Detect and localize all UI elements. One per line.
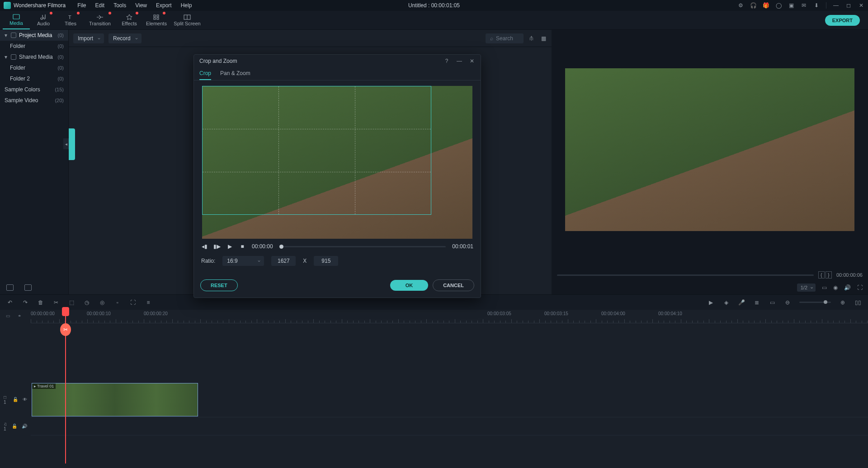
help-icon[interactable]: ? [443, 58, 450, 64]
sidebar-collapse-button[interactable]: ◂ [63, 138, 69, 149]
green-screen-icon[interactable]: ▫ [114, 299, 121, 306]
export-button[interactable]: EXPORT [825, 15, 860, 26]
sidebar-item-project-media[interactable]: ▾Project Media (0) [0, 30, 68, 41]
visibility-icon[interactable]: 👁 [23, 397, 27, 402]
color-icon[interactable]: ◎ [99, 299, 106, 306]
crop-handle-br[interactable] [426, 209, 431, 215]
menu-edit[interactable]: Edit [92, 0, 108, 10]
mark-in-icon[interactable]: { [818, 271, 825, 279]
search-input[interactable]: ⌕ Search [486, 33, 524, 43]
download-icon[interactable]: ⬇ [813, 2, 820, 9]
lock-icon[interactable]: 🔓 [12, 424, 17, 429]
timeline-ruler[interactable]: ▭ ⚭ 00:00:00:0000:00:00:1000:00:00:2000:… [0, 310, 868, 323]
width-input[interactable]: 1627 [271, 256, 296, 266]
playhead-scissor-icon[interactable]: ✂ [60, 323, 71, 336]
ok-button[interactable]: OK [390, 280, 429, 291]
zoom-in-icon[interactable]: ⊕ [839, 299, 846, 306]
tab-transition[interactable]: Transition [84, 11, 116, 29]
height-input[interactable]: 915 [314, 256, 338, 266]
account-icon[interactable]: ◯ [775, 2, 782, 9]
import-dropdown[interactable]: Import [73, 33, 104, 43]
voiceover-icon[interactable]: 🎤 [738, 299, 745, 306]
modal-slider[interactable] [279, 246, 446, 247]
marker-icon[interactable]: ◈ [722, 299, 730, 306]
menu-file[interactable]: File [74, 0, 90, 10]
delete-icon[interactable]: 🗑 [37, 299, 44, 306]
gift-icon[interactable]: 🎁 [763, 2, 769, 9]
tab-effects[interactable]: Effects [116, 11, 143, 29]
sidebar-item-sample-video[interactable]: Sample Video (20) [0, 95, 68, 106]
filter-icon[interactable]: ⫛ [528, 35, 535, 42]
split-icon[interactable]: ✂ [52, 299, 60, 306]
reset-button[interactable]: RESET [200, 279, 238, 291]
lock-icon[interactable]: 🔓 [13, 397, 18, 402]
sidebar-item-shared-media[interactable]: ▾Shared Media (0) [0, 52, 68, 62]
redo-icon[interactable]: ↷ [22, 299, 29, 306]
display-icon[interactable]: ▭ [822, 284, 827, 291]
menu-tools[interactable]: Tools [110, 0, 130, 10]
video-clip[interactable]: ▸ Travel 01 [32, 383, 198, 416]
headphones-icon[interactable]: 🎧 [750, 2, 756, 9]
save-icon[interactable]: ▣ [788, 2, 794, 9]
settings-icon[interactable]: ⚙ [737, 2, 744, 9]
render-icon[interactable]: ▶ [707, 299, 714, 306]
folder-icon[interactable] [24, 284, 32, 291]
menu-help[interactable]: Help [177, 0, 196, 10]
undo-icon[interactable]: ↶ [6, 299, 14, 306]
playhead-handle[interactable] [62, 307, 69, 316]
minimize-icon[interactable]: — [833, 2, 839, 9]
menu-view[interactable]: View [132, 0, 151, 10]
tab-titles[interactable]: T Titles [57, 11, 84, 29]
menu-export[interactable]: Export [152, 0, 175, 10]
crop-selection[interactable] [202, 86, 431, 215]
mute-icon[interactable]: 🔊 [22, 424, 27, 429]
sidebar-item-folder[interactable]: Folder (0) [0, 41, 68, 52]
zoom-out-icon[interactable]: ⊖ [784, 299, 791, 306]
maximize-icon[interactable]: ◻ [845, 2, 852, 9]
snap-icon[interactable]: ▭ [5, 312, 11, 319]
settings-icon[interactable]: ≡ [145, 299, 152, 306]
zoom-fit-icon[interactable]: ▯▯ [854, 299, 862, 306]
crop-icon[interactable]: ⬚ [68, 299, 75, 306]
tab-split-screen[interactable]: Split Screen [170, 11, 204, 29]
new-folder-icon[interactable] [6, 284, 14, 291]
grid-view-icon[interactable]: ▦ [540, 35, 547, 42]
cancel-button[interactable]: CANCEL [433, 279, 474, 291]
sidebar-item-folder-2[interactable]: Folder 2 (0) [0, 73, 68, 84]
play-icon[interactable]: ▶ [226, 243, 233, 250]
tracks-icon[interactable]: ▭ [769, 299, 776, 306]
video-track[interactable]: □ 1 🔓 👁 ▸ Travel 01 [31, 382, 868, 417]
volume-icon[interactable]: 🔊 [844, 284, 851, 291]
close-icon[interactable]: ✕ [469, 58, 475, 64]
tab-audio[interactable]: Audio [30, 11, 57, 29]
adjust-icon[interactable]: ⛶ [129, 299, 137, 306]
link-icon[interactable]: ⚭ [16, 312, 23, 319]
record-dropdown[interactable]: Record [108, 33, 142, 43]
sidebar-item-folder[interactable]: Folder (0) [0, 62, 68, 73]
mark-out-icon[interactable]: } [826, 271, 832, 279]
snapshot-icon[interactable]: ◉ [833, 284, 838, 291]
tab-pan-zoom[interactable]: Pan & Zoom [220, 67, 250, 80]
crop-handle-bl[interactable] [202, 209, 208, 215]
tab-crop[interactable]: Crop [199, 67, 211, 80]
speed-icon[interactable]: ◷ [83, 299, 90, 306]
preview-zoom-dropdown[interactable]: 1/2 [797, 284, 816, 292]
stop-icon[interactable]: ■ [239, 243, 245, 250]
sidebar-item-sample-colors[interactable]: Sample Colors (15) [0, 84, 68, 95]
play-pause-icon[interactable]: ▮▶ [214, 243, 220, 250]
playhead[interactable]: ✂ [65, 310, 66, 463]
fullscreen-icon[interactable]: ⛶ [857, 284, 863, 291]
prev-frame-icon[interactable]: ◂▮ [201, 243, 208, 250]
mixer-icon[interactable]: ≣ [753, 299, 760, 306]
crop-handle-tl[interactable] [202, 86, 208, 91]
tab-elements[interactable]: Elements [143, 11, 170, 29]
audio-track[interactable]: ♫ 1 🔓 🔊 [31, 417, 868, 435]
minimize-icon[interactable]: — [456, 58, 462, 64]
message-icon[interactable]: ✉ [801, 2, 807, 9]
crop-preview[interactable] [202, 86, 472, 239]
tab-media[interactable]: Media [3, 11, 30, 29]
zoom-slider[interactable] [799, 302, 831, 303]
preview-slider[interactable] [557, 274, 814, 276]
close-icon[interactable]: ✕ [858, 2, 864, 9]
ratio-dropdown[interactable]: 16:9 [222, 256, 264, 266]
